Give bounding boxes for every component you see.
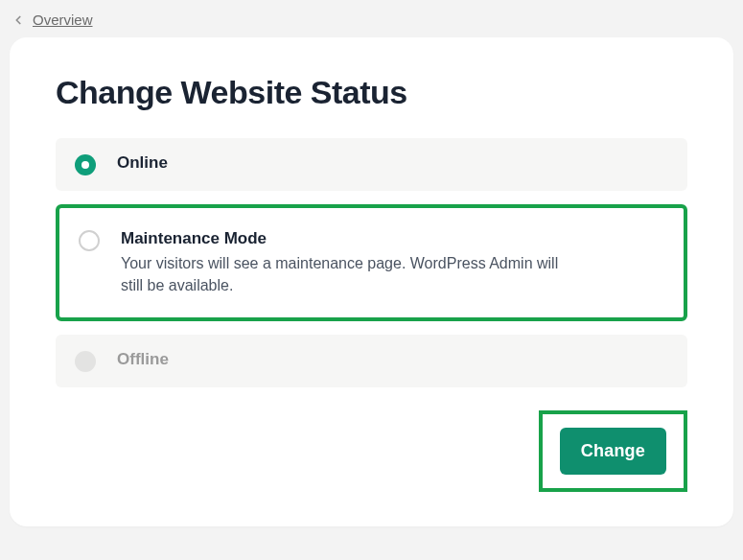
option-offline-title: Offline xyxy=(117,350,169,369)
option-maintenance[interactable]: Maintenance Mode Your visitors will see … xyxy=(56,204,687,321)
chevron-left-icon xyxy=(12,13,25,27)
change-button-highlight: Change xyxy=(539,410,687,492)
option-maintenance-desc: Your visitors will see a maintenance pag… xyxy=(121,252,581,296)
option-online[interactable]: Online xyxy=(56,138,687,191)
option-maintenance-title: Maintenance Mode xyxy=(121,229,581,248)
breadcrumb-overview-link[interactable]: Overview xyxy=(33,12,93,28)
status-card: Change Website Status Online Maintenance… xyxy=(10,37,733,526)
radio-unselected-icon xyxy=(79,230,100,251)
change-button[interactable]: Change xyxy=(560,428,666,475)
status-options: Online Maintenance Mode Your visitors wi… xyxy=(56,138,687,387)
radio-disabled-icon xyxy=(75,351,96,372)
option-online-title: Online xyxy=(117,153,168,173)
option-offline[interactable]: Offline xyxy=(56,335,687,387)
breadcrumb: Overview xyxy=(10,8,733,37)
radio-selected-icon xyxy=(75,154,96,175)
page-title: Change Website Status xyxy=(56,74,687,111)
footer-actions: Change xyxy=(56,410,687,492)
